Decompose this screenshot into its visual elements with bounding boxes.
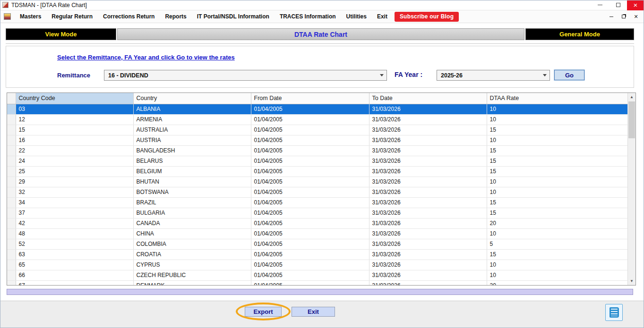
cell[interactable]: 01/04/2005 — [251, 177, 369, 187]
table-row[interactable]: 24BELARUS01/04/200531/03/202615 — [7, 156, 628, 166]
row-selector[interactable] — [7, 270, 16, 280]
cell[interactable]: 20 — [487, 218, 628, 228]
cell[interactable]: 01/04/2005 — [251, 270, 369, 280]
cell[interactable]: 31/03/2026 — [369, 156, 487, 166]
cell[interactable]: 67 — [16, 280, 133, 286]
table-row[interactable]: 42CANADA01/04/200531/03/202620 — [7, 218, 628, 228]
remittance-dropdown[interactable]: 16 - DIVIDEND — [104, 70, 387, 81]
cell[interactable]: 01/04/2005 — [251, 197, 369, 208]
cell[interactable]: 63 — [16, 249, 133, 260]
row-selector[interactable] — [7, 125, 16, 135]
row-selector[interactable] — [7, 177, 16, 187]
cell[interactable]: AUSTRIA — [133, 135, 251, 145]
cell[interactable]: CYPRUS — [133, 260, 251, 270]
cell[interactable]: 10 — [487, 177, 628, 187]
cell[interactable]: 10 — [487, 270, 628, 280]
scroll-down-icon[interactable]: ▼ — [628, 277, 635, 285]
cell[interactable]: 31/03/2026 — [369, 114, 487, 125]
table-row[interactable]: 15AUSTRALIA01/04/200531/03/202615 — [7, 125, 628, 135]
cell[interactable]: 01/04/2005 — [251, 218, 369, 228]
table-row[interactable]: 25BELGIUM01/04/200531/03/202615 — [7, 166, 628, 177]
row-selector[interactable] — [7, 187, 16, 197]
cell[interactable]: 25 — [16, 166, 133, 177]
cell[interactable]: 31/03/2026 — [369, 166, 487, 177]
mdi-child-icon[interactable] — [4, 13, 11, 20]
cell[interactable]: 34 — [16, 197, 133, 208]
mdi-restore-button[interactable] — [620, 13, 627, 20]
cell[interactable]: 10 — [487, 187, 628, 197]
cell[interactable]: CZECH REPUBLIC — [133, 270, 251, 280]
cell[interactable]: 10 — [487, 260, 628, 270]
menu-item-utilities[interactable]: Utilities — [341, 11, 372, 22]
row-selector[interactable] — [7, 228, 16, 239]
row-selector[interactable] — [7, 197, 16, 208]
exit-button[interactable]: Exit — [292, 307, 335, 317]
table-row[interactable]: 48CHINA01/04/200531/03/202610 — [7, 228, 628, 239]
cell[interactable]: 03 — [16, 104, 133, 114]
cell[interactable]: 15 — [487, 208, 628, 218]
cell[interactable]: CANADA — [133, 218, 251, 228]
menu-item-traces-information[interactable]: TRACES Information — [275, 11, 341, 22]
cell[interactable]: 10 — [487, 104, 628, 114]
table-row[interactable]: 29BHUTAN01/04/200531/03/202610 — [7, 177, 628, 187]
row-selector[interactable] — [7, 156, 16, 166]
cell[interactable]: 31/03/2026 — [369, 208, 487, 218]
column-header-country-code[interactable]: Country Code — [16, 93, 133, 104]
cell[interactable]: 15 — [487, 125, 628, 135]
menu-item-it-portal-nsdl-information[interactable]: IT Portal/NSDL Information — [192, 11, 275, 22]
cell[interactable]: CROATIA — [133, 249, 251, 260]
cell[interactable]: 31/03/2026 — [369, 125, 487, 135]
cell[interactable]: 10 — [487, 114, 628, 125]
menu-item-regular-return[interactable]: Regular Return — [46, 11, 98, 22]
minimize-button[interactable] — [591, 0, 609, 10]
cell[interactable]: 31/03/2026 — [369, 145, 487, 156]
table-row[interactable]: 34BRAZIL01/04/200531/03/202615 — [7, 197, 628, 208]
cell[interactable]: 01/04/2005 — [251, 228, 369, 239]
cell[interactable]: ARMENIA — [133, 114, 251, 125]
cell[interactable]: 15 — [487, 166, 628, 177]
cell[interactable]: 29 — [16, 177, 133, 187]
row-selector[interactable] — [7, 145, 16, 156]
cell[interactable]: 31/03/2026 — [369, 249, 487, 260]
cell[interactable]: 01/04/2005 — [251, 208, 369, 218]
cell[interactable]: 31/03/2026 — [369, 239, 487, 249]
row-selector[interactable] — [7, 260, 16, 270]
cell[interactable]: BANGLADESH — [133, 145, 251, 156]
cell[interactable]: 15 — [16, 125, 133, 135]
cell[interactable]: 5 — [487, 239, 628, 249]
notes-book-icon[interactable] — [605, 304, 623, 321]
export-button[interactable]: Export — [245, 307, 282, 317]
cell[interactable]: 31/03/2026 — [369, 270, 487, 280]
go-button[interactable]: Go — [554, 70, 584, 80]
cell[interactable]: 48 — [16, 228, 133, 239]
cell[interactable]: COLOMBIA — [133, 239, 251, 249]
cell[interactable]: DENMARK — [133, 280, 251, 286]
restore-button[interactable] — [609, 0, 627, 10]
cell[interactable]: 15 — [487, 249, 628, 260]
menu-item-masters[interactable]: Masters — [15, 11, 46, 22]
row-selector[interactable] — [7, 166, 16, 177]
column-header-to-date[interactable]: To Date — [369, 93, 487, 104]
cell[interactable]: 31/03/2026 — [369, 135, 487, 145]
table-row[interactable]: 03ALBANIA01/04/200531/03/202610 — [7, 104, 628, 114]
scrollbar-thumb[interactable] — [628, 101, 635, 138]
cell[interactable]: 01/04/2005 — [251, 156, 369, 166]
cell[interactable]: 42 — [16, 218, 133, 228]
cell[interactable]: 31/03/2026 — [369, 104, 487, 114]
table-row[interactable]: 12ARMENIA01/04/200531/03/202610 — [7, 114, 628, 125]
cell[interactable]: 01/04/2005 — [251, 166, 369, 177]
cell[interactable]: BELARUS — [133, 156, 251, 166]
menu-item-corrections-return[interactable]: Corrections Return — [98, 11, 160, 22]
table-row[interactable]: 32BOTSWANA01/04/200531/03/202610 — [7, 187, 628, 197]
cell[interactable]: 24 — [16, 156, 133, 166]
cell[interactable]: 15 — [487, 197, 628, 208]
row-selector[interactable] — [7, 104, 16, 114]
cell[interactable]: 01/04/2005 — [251, 104, 369, 114]
horizontal-scrollbar[interactable] — [7, 289, 633, 295]
cell[interactable]: 01/04/2005 — [251, 260, 369, 270]
cell[interactable]: 65 — [16, 260, 133, 270]
cell[interactable]: 37 — [16, 208, 133, 218]
cell[interactable]: 31/03/2026 — [369, 197, 487, 208]
table-row[interactable]: 66CZECH REPUBLIC01/04/200531/03/202610 — [7, 270, 628, 280]
table-row[interactable]: 63CROATIA01/04/200531/03/202615 — [7, 249, 628, 260]
